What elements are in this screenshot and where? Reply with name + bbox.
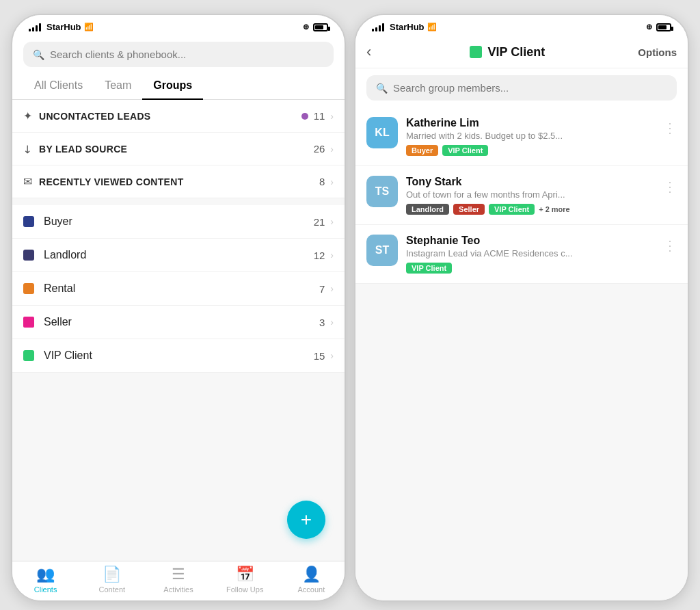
seller-chevron: › — [330, 317, 334, 328]
nav-content[interactable]: 📄 Content — [79, 566, 145, 594]
group-item-landlord[interactable]: Landlord 12 › — [12, 239, 345, 272]
status-left: StarHub 📶 — [29, 22, 94, 32]
followups-icon: 📅 — [236, 566, 254, 583]
options-button[interactable]: Options — [638, 47, 677, 58]
smart-groups-section: ✦ UNCONTACTED LEADS 11 › ↘ BY LEAD SOURC… — [12, 100, 345, 198]
tag-vip-ts: VIP Client — [489, 204, 535, 215]
seller-count: 3 — [319, 317, 325, 328]
search-bar-left[interactable]: 🔍 — [23, 42, 334, 67]
tab-all-clients[interactable]: All Clients — [23, 72, 94, 100]
rental-color — [23, 283, 34, 294]
search-input-left[interactable] — [50, 49, 324, 60]
vip-chevron: › — [330, 350, 334, 361]
recently-viewed-count: 8 — [319, 176, 325, 187]
wifi-icon-right: 📶 — [427, 23, 437, 31]
tag-buyer-kl: Buyer — [406, 145, 438, 156]
vip-label: VIP Client — [44, 349, 314, 362]
landlord-count: 12 — [314, 250, 325, 261]
avatar-st: ST — [366, 235, 398, 266]
custom-groups-section: Buyer 21 › Landlord 12 › Rental 7 — [12, 205, 345, 373]
activities-icon: ☰ — [172, 566, 185, 583]
screen-content-left: 🔍 All Clients Team Groups — [12, 36, 345, 561]
viewed-icon: ✉ — [23, 175, 32, 188]
tag-landlord-ts: Landlord — [406, 204, 449, 215]
content-icon: 📄 — [103, 566, 121, 583]
carrier-label: StarHub — [46, 22, 81, 32]
recently-viewed-item[interactable]: ✉ RECENTLY VIEWED CONTENT 8 › — [12, 165, 345, 198]
detail-title: VIP Client — [487, 45, 545, 59]
nav-followups[interactable]: 📅 Follow Ups — [212, 566, 278, 594]
tab-groups[interactable]: Groups — [142, 72, 203, 100]
uncontacted-leads-item[interactable]: ✦ UNCONTACTED LEADS 11 › — [12, 100, 345, 133]
member-item-kl: KL Katherine Lim Married with 2 kids. Bu… — [355, 107, 688, 166]
battery-icon-right — [656, 23, 671, 31]
landlord-color — [23, 250, 34, 261]
by-lead-source-item[interactable]: ↘ BY LEAD SOURCE 26 › — [12, 133, 345, 165]
member-search-icon: 🔍 — [376, 83, 388, 94]
carrier-label-right: StarHub — [390, 22, 425, 32]
account-nav-label: Account — [298, 585, 325, 594]
tag-more-ts: + 2 more — [539, 204, 570, 215]
vip-count: 15 — [314, 350, 325, 362]
uncontacted-leads-label: UNCONTACTED LEADS — [39, 111, 301, 122]
member-menu-kl[interactable]: ⋮ — [663, 117, 677, 136]
member-name-st: Stephanie Teo — [406, 235, 655, 247]
group-item-vip[interactable]: VIP Client 15 › — [12, 339, 345, 373]
status-right-right: ⊕ — [646, 23, 671, 31]
nav-activities[interactable]: ☰ Activities — [145, 566, 211, 594]
uncontacted-leads-icon: ✦ — [23, 109, 32, 122]
back-button[interactable]: ‹ — [366, 43, 371, 61]
vip-color — [23, 350, 34, 361]
lead-source-icon: ↘ — [20, 141, 36, 157]
member-search-bar[interactable]: 🔍 — [366, 75, 677, 101]
clients-icon: 👥 — [36, 566, 55, 583]
landlord-label: Landlord — [44, 249, 314, 261]
nav-clients[interactable]: 👥 Clients — [12, 566, 79, 594]
member-item-ts: TS Tony Stark Out of town for a few mont… — [355, 166, 688, 225]
rental-count: 7 — [319, 283, 325, 295]
seller-color — [23, 317, 34, 328]
group-item-seller[interactable]: Seller 3 › — [12, 306, 345, 339]
member-name-kl: Katherine Lim — [406, 117, 655, 129]
fab-button[interactable]: + — [287, 501, 325, 539]
group-item-buyer[interactable]: Buyer 21 › — [12, 205, 345, 239]
member-desc-ts: Out of town for a few months from Apri..… — [406, 189, 655, 200]
wifi-icon: 📶 — [84, 23, 94, 31]
vip-header-dot — [470, 46, 482, 58]
rental-label: Rental — [44, 282, 319, 295]
member-search-input[interactable] — [393, 82, 667, 94]
uncontacted-count: 11 — [314, 110, 325, 122]
right-phone: StarHub 📶 ⊕ ‹ VIP Client Options — [354, 14, 689, 602]
member-menu-ts[interactable]: ⋮ — [663, 176, 677, 195]
member-menu-st[interactable]: ⋮ — [663, 235, 677, 254]
member-name-ts: Tony Stark — [406, 176, 655, 188]
status-bar-right: StarHub 📶 ⊕ — [355, 15, 688, 36]
avatar-ts: TS — [366, 176, 398, 207]
battery-icon — [313, 23, 328, 31]
group-item-rental[interactable]: Rental 7 › — [12, 272, 345, 306]
detail-title-row: VIP Client — [377, 45, 638, 59]
buyer-label: Buyer — [44, 215, 314, 228]
tag-vip-kl: VIP Client — [442, 145, 488, 156]
member-info-ts: Tony Stark Out of town for a few months … — [406, 176, 655, 215]
uncontacted-chevron: › — [330, 111, 334, 122]
nav-account[interactable]: 👤 Account — [278, 566, 345, 594]
uncontacted-dot — [301, 113, 308, 120]
lead-source-count: 26 — [314, 143, 325, 155]
left-phone: StarHub 📶 ⊕ 🔍 All Clients — [11, 14, 346, 602]
lead-source-label: BY LEAD SOURCE — [39, 144, 314, 155]
rental-chevron: › — [330, 283, 334, 294]
activities-nav-label: Activities — [163, 585, 193, 594]
detail-header: ‹ VIP Client Options — [355, 36, 688, 68]
tabs-left: All Clients Team Groups — [12, 72, 345, 100]
buyer-chevron: › — [330, 216, 334, 227]
recently-viewed-chevron: › — [330, 176, 334, 187]
signal-bars — [29, 23, 41, 31]
member-list: KL Katherine Lim Married with 2 kids. Bu… — [355, 107, 688, 600]
signal-bars-right — [372, 23, 384, 31]
buyer-color — [23, 216, 34, 227]
tag-row-st: VIP Client — [406, 263, 655, 274]
lead-source-chevron: › — [330, 144, 334, 155]
recently-viewed-label: RECENTLY VIEWED CONTENT — [39, 176, 319, 187]
tab-team[interactable]: Team — [94, 72, 142, 100]
